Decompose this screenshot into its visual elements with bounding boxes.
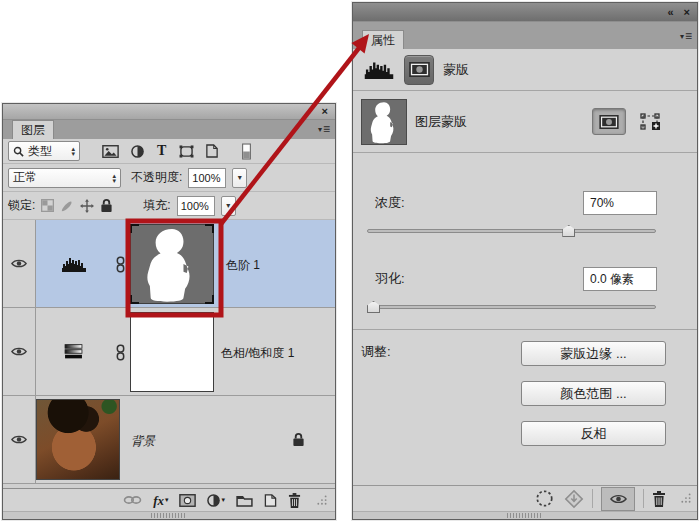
invert-button[interactable]: 反相	[521, 421, 666, 446]
layer-row-hue-saturation[interactable]: 色相/饱和度 1	[3, 308, 335, 396]
mask-properties-body: 浓度: 70% 羽化: 0.0 像素 调整: 蒙版边缘 ... 颜色范围 ...…	[353, 153, 697, 485]
add-vector-mask-button[interactable]	[635, 109, 665, 135]
layer-row-background[interactable]: 背景	[3, 396, 335, 484]
density-slider[interactable]	[367, 224, 656, 237]
link-layers-icon[interactable]	[123, 495, 142, 505]
layer-name[interactable]: 背景	[131, 433, 155, 450]
lock-fill-row: 锁定: 填充: 100% ▾	[3, 192, 335, 220]
drag-handle[interactable]	[151, 513, 187, 518]
layer-style-icon[interactable]: fx▾	[153, 494, 168, 507]
blend-mode-select[interactable]: 正常 ▴▾	[8, 168, 121, 188]
properties-panel-titlebar: « ×	[353, 3, 697, 22]
layers-toolbar: fx▾ ▾	[3, 488, 335, 511]
eye-icon	[11, 346, 27, 357]
menu-lines-icon: ≡	[685, 29, 691, 43]
mask-preview-thumbnail[interactable]	[361, 99, 407, 145]
blend-mode-value: 正常	[13, 169, 37, 186]
layers-panel-titlebar: ×	[3, 104, 335, 120]
load-selection-from-mask-icon[interactable]	[535, 489, 554, 508]
mask-edge-button[interactable]: 蒙版边缘 ...	[521, 341, 666, 366]
new-group-icon[interactable]	[236, 494, 253, 507]
filter-type-label: 类型	[28, 143, 52, 160]
lock-position-icon[interactable]	[80, 199, 94, 213]
color-range-button[interactable]: 颜色范围 ...	[521, 381, 666, 406]
feather-slider-thumb[interactable]	[367, 301, 380, 313]
apply-mask-icon[interactable]	[564, 489, 584, 509]
lock-transparency-icon[interactable]	[41, 199, 54, 212]
masks-bottom-toolbar	[353, 485, 697, 511]
filter-type-layers-icon[interactable]: T	[157, 144, 166, 158]
layer-mask-thumbnail[interactable]	[130, 312, 214, 392]
eye-icon	[11, 258, 27, 269]
panel-drag-strip[interactable]	[353, 511, 697, 519]
layer-mask-label: 图层蒙版	[415, 113, 467, 131]
panel-menu-icon[interactable]: ▾ ≡	[318, 122, 329, 136]
divider	[643, 489, 644, 508]
page: × 图层 ▾ ≡ 类型 ▴▾ T	[0, 0, 700, 522]
mask-silhouette	[131, 225, 213, 303]
filter-smart-objects-icon[interactable]	[206, 144, 218, 158]
disable-mask-button[interactable]	[601, 487, 635, 511]
density-slider-thumb[interactable]	[562, 225, 575, 237]
spinner-arrows-icon: ▴▾	[112, 173, 116, 183]
layer-row-content[interactable]: 色相/饱和度 1	[36, 308, 335, 395]
layers-list: 色阶 1 色相/饱和度 1	[3, 220, 335, 488]
layer-mask-thumbnail[interactable]	[130, 224, 214, 304]
delete-mask-icon[interactable]	[652, 491, 666, 507]
add-layer-mask-icon[interactable]	[179, 494, 196, 507]
levels-adjustment-icon[interactable]	[62, 256, 86, 272]
hue-saturation-adjustment-icon[interactable]	[64, 343, 83, 360]
feather-slider[interactable]	[367, 300, 656, 313]
visibility-toggle[interactable]	[3, 220, 36, 307]
visibility-toggle[interactable]	[3, 308, 36, 395]
lock-all-icon[interactable]	[100, 198, 113, 213]
filter-adjustment-layers-icon[interactable]	[131, 145, 144, 158]
close-icon[interactable]: ×	[322, 106, 328, 117]
close-icon[interactable]: ×	[684, 7, 690, 18]
pixel-mask-icon	[409, 62, 430, 77]
opacity-dropdown-icon[interactable]: ▾	[232, 168, 247, 188]
filter-pixel-layers-icon[interactable]	[102, 145, 119, 158]
layer-row-content[interactable]: 背景	[36, 396, 335, 483]
layer-row-levels[interactable]: 色阶 1	[3, 220, 335, 308]
layers-tab-bar: 图层 ▾ ≡	[3, 120, 335, 139]
background-layer-thumbnail[interactable]	[36, 399, 120, 480]
opacity-input[interactable]: 100%	[188, 168, 226, 188]
resize-grip-icon[interactable]	[680, 493, 691, 504]
filter-type-select[interactable]: 类型 ▴▾	[8, 141, 80, 161]
fill-dropdown-icon[interactable]: ▾	[221, 196, 236, 216]
tab-properties[interactable]: 属性	[362, 30, 404, 49]
new-layer-icon[interactable]	[264, 494, 277, 507]
mask-selected-corner	[205, 224, 214, 233]
panel-menu-icon[interactable]: ▾ ≡	[680, 29, 691, 43]
new-adjustment-layer-icon[interactable]: ▾	[207, 494, 225, 507]
pixel-mask-mode-button[interactable]	[404, 55, 434, 85]
layer-name[interactable]: 色相/饱和度 1	[221, 345, 294, 362]
eye-icon	[610, 493, 627, 505]
filter-switch-icon[interactable]	[242, 143, 251, 160]
tab-layers[interactable]: 图层	[12, 120, 54, 139]
layers-panel: × 图层 ▾ ≡ 类型 ▴▾ T	[2, 103, 336, 520]
lock-pixels-icon[interactable]	[60, 199, 74, 213]
filter-shape-layers-icon[interactable]	[179, 145, 194, 158]
panel-drag-strip[interactable]	[3, 511, 335, 519]
mask-link-icon[interactable]	[116, 256, 125, 273]
layer-row-content[interactable]: 色阶 1	[36, 220, 335, 307]
slider-track[interactable]	[367, 229, 656, 233]
select-pixel-mask-button[interactable]	[592, 108, 626, 135]
density-input[interactable]: 70%	[583, 191, 657, 215]
menu-arrow-icon: ▾	[680, 32, 684, 41]
properties-tab-bar: 属性 ▾ ≡	[353, 22, 697, 49]
resize-grip-icon[interactable]	[316, 495, 327, 506]
layer-name[interactable]: 色阶 1	[226, 257, 260, 274]
mask-selected-corner	[130, 295, 139, 304]
drag-handle[interactable]	[507, 513, 543, 518]
fill-input[interactable]: 100%	[177, 196, 215, 216]
visibility-toggle[interactable]	[3, 396, 36, 483]
feather-input[interactable]: 0.0 像素	[583, 267, 657, 291]
pixel-mask-icon	[599, 115, 619, 129]
slider-track[interactable]	[367, 305, 656, 309]
collapse-panel-icon[interactable]: «	[667, 7, 673, 18]
delete-layer-icon[interactable]	[288, 493, 301, 508]
mask-link-icon[interactable]	[116, 344, 125, 361]
